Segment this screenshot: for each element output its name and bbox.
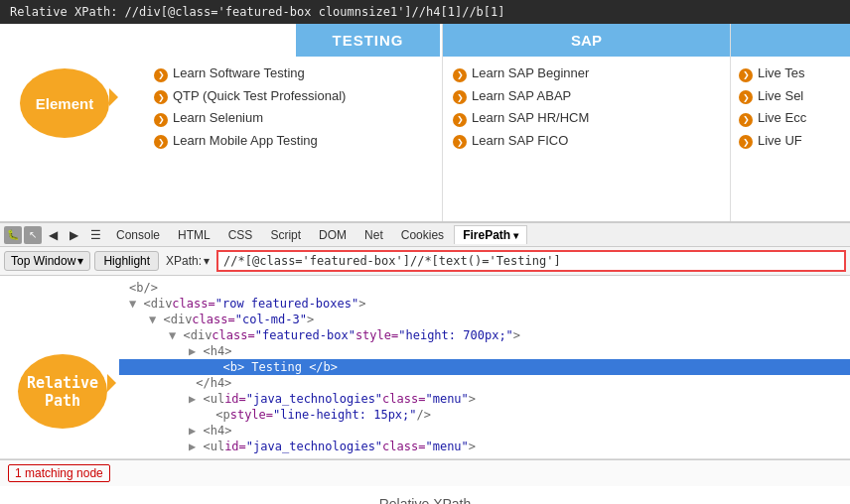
sap-header: SAP <box>443 24 730 57</box>
firebug-icon[interactable]: 🐛 <box>4 226 22 244</box>
code-line: ▶ <h4> <box>119 423 850 439</box>
xpath-input[interactable] <box>216 250 846 272</box>
fb-back-btn[interactable]: ◀ <box>44 226 63 244</box>
list-item[interactable]: Learn Selenium <box>154 107 442 130</box>
firebug-toolbar: 🐛 ↖ ◀ ▶ ☰ Console HTML CSS Script DOM Ne… <box>0 222 850 247</box>
relative-path-callout: RelativePath <box>18 354 107 429</box>
tab-cookies[interactable]: Cookies <box>393 226 452 244</box>
list-item[interactable]: Learn Mobile App Testing <box>154 130 442 153</box>
devtools-area: RelativePath <b/> ▼ <div class= "row fea… <box>0 276 850 459</box>
expand-icon[interactable]: ▼ <box>149 313 156 326</box>
right-list: Live Tes Live Sel Live Ecc Live UF <box>731 57 850 158</box>
xpath-bar-text: Relative XPath: //div[@class='featured-b… <box>10 5 505 19</box>
list-item[interactable]: Live Tes <box>739 63 850 85</box>
code-line: ▶ <h4> <box>119 343 850 359</box>
right-header-placeholder <box>731 24 850 57</box>
top-window-button[interactable]: Top Window ▾ <box>4 251 90 271</box>
fb-forward-btn[interactable]: ▶ <box>65 226 83 244</box>
xpath-label: XPath: ▾ <box>163 254 212 268</box>
expand-icon[interactable]: ▶ <box>189 392 196 406</box>
code-line: ▶ <ul id= "java_technologies" class= "me… <box>119 391 850 407</box>
list-item[interactable]: Learn Software Testing <box>154 63 442 85</box>
expand-icon[interactable]: ▼ <box>129 297 136 311</box>
list-item[interactable]: Live UF <box>739 130 850 153</box>
code-line: ▼ <div class= "col-md-3" > <box>119 312 850 327</box>
expand-icon[interactable]: ▼ <box>169 328 176 342</box>
list-item[interactable]: Live Sel <box>739 85 850 108</box>
dropdown-icon: ▾ <box>77 254 83 268</box>
code-line: ▼ <div class= "featured-box" style= "hei… <box>119 327 850 343</box>
footer-label: Relative XPath <box>0 486 850 504</box>
sap-list: Learn SAP Beginner Learn SAP ABAP Learn … <box>443 57 730 158</box>
code-line: ▶ <ul id= "java_technologies" class= "me… <box>119 439 850 454</box>
right-section: Live Tes Live Sel Live Ecc Live UF <box>730 24 850 221</box>
matching-node-badge: 1 matching node <box>8 464 110 482</box>
xpath-dropdown-icon: ▾ <box>204 254 210 268</box>
highlight-button[interactable]: Highlight <box>94 251 159 271</box>
xpath-input-row: Top Window ▾ Highlight XPath: ▾ <box>0 247 850 276</box>
code-line: <p style= "line-height: 15px;" /> <box>119 407 850 423</box>
list-item[interactable]: Learn SAP Beginner <box>453 63 730 85</box>
element-callout: Element <box>20 68 109 138</box>
tab-script[interactable]: Script <box>262 226 309 244</box>
tab-html[interactable]: HTML <box>170 226 218 244</box>
tab-net[interactable]: Net <box>356 226 391 244</box>
list-item[interactable]: QTP (Quick Test Professional) <box>154 85 442 108</box>
tab-console[interactable]: Console <box>108 226 168 244</box>
inspect-icon[interactable]: ↖ <box>24 226 42 244</box>
matching-node-bar: 1 matching node <box>0 459 850 486</box>
code-line: <b/> <box>119 280 850 296</box>
expand-icon: ▶ <box>189 344 196 358</box>
list-item[interactable]: Learn SAP ABAP <box>453 85 730 108</box>
tab-dom[interactable]: DOM <box>311 226 354 244</box>
tab-css[interactable]: CSS <box>220 226 261 244</box>
expand-icon: ▶ <box>189 424 196 438</box>
code-line: </h4> <box>119 375 850 391</box>
expand-icon[interactable]: ▶ <box>189 440 196 453</box>
testing-header: TESTING <box>296 24 440 57</box>
tab-firepath[interactable]: FirePath <box>454 225 527 244</box>
code-line: ▼ <div class= "row featured-boxes" > <box>119 296 850 312</box>
fb-menu-btn[interactable]: ☰ <box>85 226 106 244</box>
list-item[interactable]: Learn SAP HR/HCM <box>453 107 730 130</box>
list-item[interactable]: Learn SAP FICO <box>453 130 730 153</box>
content-area: Element TESTING Learn Software Testing Q… <box>0 24 850 222</box>
list-item[interactable]: Live Ecc <box>739 107 850 130</box>
xpath-bar: Relative XPath: //div[@class='featured-b… <box>0 0 850 24</box>
code-line-highlighted: <b> Testing </b> <box>119 359 850 375</box>
sap-section: SAP Learn SAP Beginner Learn SAP ABAP Le… <box>442 24 730 221</box>
